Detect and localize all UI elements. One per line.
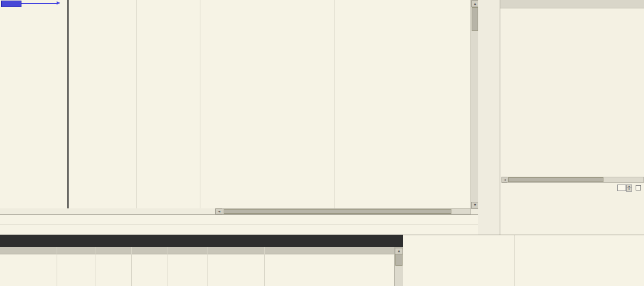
scroll-track[interactable] — [222, 208, 471, 214]
disasm-hscrollbar[interactable]: ◄ — [0, 208, 500, 214]
calling-convention-row[interactable]: ▲ ▼ — [500, 184, 644, 191]
dump-vscrollbar[interactable]: ▲ — [394, 247, 404, 286]
column-divider — [264, 247, 265, 286]
scroll-thumb[interactable] — [472, 7, 478, 31]
column-divider — [136, 0, 137, 208]
column-divider — [95, 247, 95, 286]
debugger-window: ◄ ▲ ▼ ◄ ▲ ▼ — [0, 0, 644, 286]
dump-body[interactable] — [0, 247, 403, 286]
jump-arrows — [0, 0, 67, 208]
disassembly-panel[interactable]: ◄ ▲ ▼ — [0, 0, 500, 235]
column-divider — [207, 247, 208, 286]
column-divider — [168, 247, 168, 286]
rip-label — [1, 1, 21, 7]
lock-checkbox[interactable] — [636, 185, 641, 190]
spinner-down-icon[interactable]: ▼ — [626, 187, 632, 192]
hide-fpu-button[interactable] — [500, 0, 644, 8]
registers-hscrollbar[interactable]: ◄ — [501, 177, 643, 182]
dump-header-row — [0, 247, 403, 254]
scroll-thumb[interactable] — [508, 177, 603, 182]
column-divider — [335, 0, 335, 208]
gutter-divider — [67, 0, 69, 208]
divider — [0, 224, 500, 225]
bottom-area: ▲ — [0, 235, 644, 286]
arg-count-input[interactable] — [617, 184, 626, 191]
scroll-thumb[interactable] — [224, 209, 451, 214]
rip-arrowhead-icon — [57, 1, 60, 5]
stack-panel[interactable] — [403, 235, 644, 286]
column-divider — [57, 247, 57, 286]
scroll-thumb[interactable] — [395, 254, 402, 266]
memory-dump-panel[interactable]: ▲ — [0, 235, 403, 286]
disassembly-rows[interactable] — [0, 0, 500, 208]
column-divider — [514, 235, 515, 286]
column-divider — [131, 247, 132, 286]
splitter[interactable] — [478, 0, 500, 235]
rip-arrow — [21, 3, 57, 4]
column-divider — [200, 0, 200, 208]
disasm-info-box — [0, 214, 500, 235]
registers-panel[interactable]: ◄ ▲ ▼ — [500, 0, 644, 235]
scroll-track[interactable] — [507, 177, 644, 183]
